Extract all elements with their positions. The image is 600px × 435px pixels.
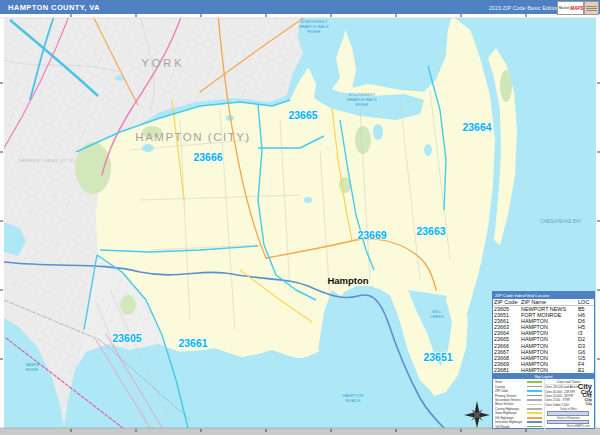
legend-line-swatch [527, 395, 542, 397]
scale-bar-km: Scale in Kilometers [545, 417, 592, 425]
county-label-newport-news: NEWPORT NEWS (CITY) [19, 158, 75, 163]
logo-side-panel [584, 1, 599, 15]
water-label-sw-branch: SOUTHWEST BRANCH BACK RIVER [340, 92, 384, 107]
zip-label-23666: 23666 [193, 151, 222, 163]
zip-index-title: ZIP Code Index/Grid Locator [493, 292, 594, 299]
marketmaps-logo: Market MAPS [557, 1, 599, 13]
cell-loc: B5 [577, 306, 594, 313]
cell-zip: 23605 [493, 306, 520, 313]
city-label-hampton: Hampton [327, 275, 368, 286]
scale-bar-miles: Scale in Miles [545, 408, 592, 416]
zip-label-23663: 23663 [416, 225, 445, 237]
legend-line-swatch [527, 417, 542, 419]
map-poster: YORK HAMPTON (CITY) NEWPORT NEWS (CITY) … [0, 0, 600, 435]
zip-index-header-row: ZIP Code ZIP Name LOC [493, 299, 594, 306]
table-row: 23668 HAMPTON G5 [493, 355, 594, 361]
county-label-hampton-city: HAMPTON (CITY) [135, 131, 250, 143]
table-row: 23665 HAMPTON D2 [493, 336, 594, 342]
legend-line-swatch [527, 421, 542, 423]
legend-line-swatch [527, 386, 542, 388]
legend-credit: MarketMAPS.com [545, 424, 592, 428]
col-zip-code: ZIP Code [493, 299, 520, 306]
zip-label-23651: 23651 [423, 351, 452, 363]
zip-index-table: ZIP Code Index/Grid Locator ZIP Code ZIP… [492, 291, 595, 374]
legend-line-swatch [527, 426, 542, 428]
legend-line-swatch [527, 390, 542, 392]
edition-label: 2023 ZIP Code Basic Edition [489, 5, 559, 11]
legend-line-swatch [527, 399, 542, 401]
zip-label-23665: 23665 [288, 109, 317, 121]
water-label-nw-branch: NORTHWEST BRANCH BACK RIVER [292, 19, 336, 34]
legend-city-row: Cities Under 2,500 City [545, 403, 592, 407]
water-label-hampton-roads: HAMPTON ROADS [336, 393, 370, 403]
water-label-chesapeake-bay: CHESAPEAKE BAY [538, 219, 584, 225]
title-bar: HAMPTON COUNTY, VA 2023 ZIP Code Basic E… [0, 0, 600, 14]
water-label-mill-creek: MILL CREEK [426, 309, 448, 319]
table-row: 23605 NEWPORT NEWS B5 [493, 306, 594, 313]
zip-label-23605: 23605 [112, 332, 141, 344]
table-row: 23666 HAMPTON D3 [493, 343, 594, 349]
legend-line-swatch [527, 412, 542, 414]
legend-line-swatch [527, 404, 542, 406]
water-label-james-river: JAMES RIVER [19, 362, 45, 372]
legend-line-item: Toll Roads [495, 424, 542, 428]
county-label-york: YORK [141, 57, 184, 69]
legend-line-swatch [527, 381, 542, 383]
zip-label-23661: 23661 [178, 337, 207, 349]
legend-line-swatch [527, 408, 542, 410]
map-legend: Map Legend State County ZIP Code [492, 373, 595, 429]
cell-name: NEWPORT NEWS [520, 306, 577, 313]
page-title: HAMPTON COUNTY, VA [8, 3, 100, 12]
zip-label-23664: 23664 [462, 121, 491, 133]
table-row: 23667 HAMPTON G6 [493, 349, 594, 355]
zip-label-23669: 23669 [357, 229, 386, 241]
